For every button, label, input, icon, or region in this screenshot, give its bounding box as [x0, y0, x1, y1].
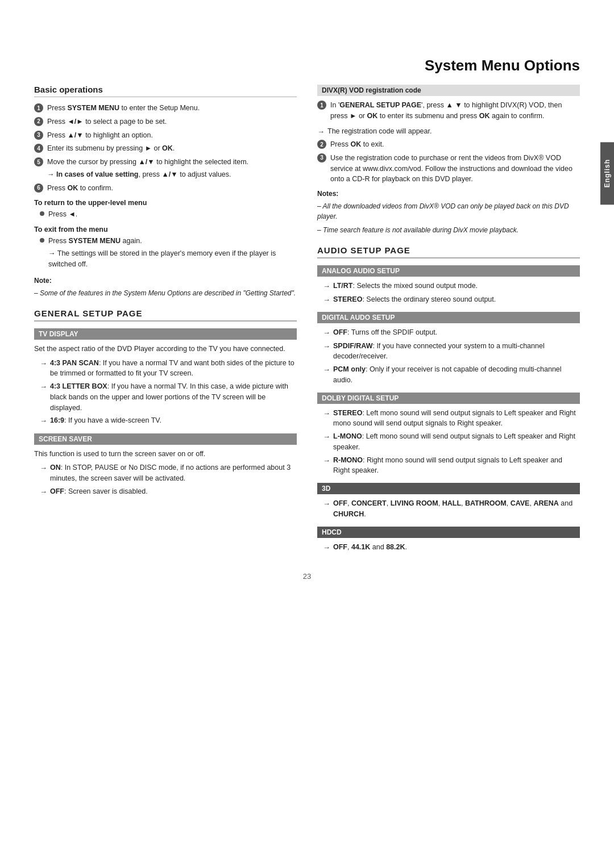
threed-options-text: OFF, CONCERT, LIVING ROOM, HALL, BATHROO… — [333, 498, 580, 520]
divx-notes-label: Notes: — [317, 190, 338, 198]
arrow-sym-2: → — [40, 381, 47, 393]
step-2-text: Press ◄/► to select a page to be set. — [47, 116, 167, 127]
arrow-sym-3d: → — [323, 498, 330, 510]
bullet-dot-exit — [40, 238, 44, 243]
arrow-sym-dolby2: → — [323, 431, 330, 443]
divx-arrow-1-text: The registration code will appear. — [327, 126, 432, 137]
dolby-stereo-text: STEREO: Left mono sound will send output… — [333, 408, 580, 429]
step-num-4: 4 — [34, 144, 43, 153]
threed-options: → OFF, CONCERT, LIVING ROOM, HALL, BATHR… — [317, 498, 580, 520]
screen-off: → OFF: Screen saver is disabled. — [34, 486, 297, 498]
digital-off-text: OFF: Turns off the SPDIF output. — [333, 327, 437, 338]
step-6-text: Press OK to confirm. — [47, 183, 113, 194]
tv-16-9-text: 16:9: If you have a wide-screen TV. — [50, 415, 161, 426]
two-column-layout: Basic operations 1 Press SYSTEM MENU to … — [34, 85, 580, 555]
divx-note-2: – Time search feature is not available d… — [317, 225, 580, 235]
digital-audio-label: DIGITAL AUDO SETUP — [317, 312, 580, 323]
arrow-sym-1: → — [40, 358, 47, 369]
basic-steps-list: 1 Press SYSTEM MENU to enter the Setup M… — [34, 103, 297, 193]
arrow-sym-digital1: → — [323, 327, 330, 339]
divx-step-num-2: 2 — [317, 140, 326, 149]
screen-saver-label: SCREEN SAVER — [34, 433, 297, 445]
arrow-sym-digital2: → — [323, 341, 330, 352]
page-title: System Menu Options — [34, 57, 580, 74]
arrow-sym-5: → — [40, 486, 47, 498]
divx-step-num-3: 3 — [317, 153, 326, 162]
left-column: Basic operations 1 Press SYSTEM MENU to … — [34, 85, 297, 555]
dolby-r-mono: → R-MONO: Right mono sound will send out… — [317, 455, 580, 477]
return-title: To return to the upper-level menu — [34, 199, 297, 207]
step-5-text: Move the cursor by pressing ▲/▼ to highl… — [47, 157, 248, 180]
screen-saver-intro: This function is used to turn the screen… — [34, 449, 297, 460]
divx-arrow-1: → The registration code will appear. — [317, 126, 580, 137]
step-1-text: Press SYSTEM MENU to enter the Setup Men… — [47, 103, 200, 114]
tv-letter-box-text: 4:3 LETTER BOX: If you have a normal TV.… — [50, 381, 297, 413]
step-num-6: 6 — [34, 183, 43, 193]
divx-step2-list: 2 Press OK to exit. 3 Use the registrati… — [317, 139, 580, 185]
divx-step-3: 3 Use the registration code to purchase … — [317, 153, 580, 185]
exit-step: Press SYSTEM MENU again. → The settings … — [34, 236, 297, 269]
return-step: Press ◄. — [34, 209, 297, 220]
screen-on: → ON: In STOP, PAUSE or No DISC mode, if… — [34, 462, 297, 484]
digital-spdif: → SPDIF/RAW: If you have connected your … — [317, 341, 580, 362]
digital-off: → OFF: Turns off the SPDIF output. — [317, 327, 580, 339]
analog-stereo-text: STEREO: Selects the ordinary stereo soun… — [333, 294, 496, 305]
tv-display-label: TV DISPLAY — [34, 328, 297, 340]
arrow-sym-analog1: → — [323, 281, 330, 292]
hdcd-options: → OFF, 44.1K and 88.2K. — [317, 542, 580, 553]
note-text: – Some of the features in the System Men… — [34, 288, 297, 298]
tv-display-intro: Set the aspect ratio of the DVD Player a… — [34, 344, 297, 354]
note-label: Note: — [34, 277, 52, 285]
dolby-stereo: → STEREO: Left mono sound will send outp… — [317, 408, 580, 429]
arrow-sym-dolby3: → — [323, 455, 330, 466]
analog-stereo: → STEREO: Selects the ordinary stereo so… — [317, 294, 580, 306]
hdcd-label: HDCD — [317, 527, 580, 538]
exit-text: Press SYSTEM MENU again. → The settings … — [48, 236, 297, 269]
bullet-dot-return — [40, 211, 44, 216]
basic-operations-title: Basic operations — [34, 85, 297, 97]
divx-step-num-1: 1 — [317, 101, 326, 110]
step-4: 4 Enter its submenu by pressing ► or OK. — [34, 143, 297, 154]
tv-letter-box: → 4:3 LETTER BOX: If you have a normal T… — [34, 381, 297, 413]
tv-16-9: → 16:9: If you have a wide-screen TV. — [34, 415, 297, 427]
step-2: 2 Press ◄/► to select a page to be set. — [34, 116, 297, 127]
language-tab: English — [600, 142, 614, 205]
divx-step-1-text: In 'GENERAL SETUP PAGE', press ▲ ▼ to hi… — [330, 100, 580, 122]
threed-label: 3D — [317, 483, 580, 494]
step-num-1: 1 — [34, 103, 43, 112]
screen-off-text: OFF: Screen saver is disabled. — [50, 486, 148, 497]
tv-pan-scan: → 4:3 PAN SCAN: If you have a normal TV … — [34, 358, 297, 379]
exit-title: To exit from the menu — [34, 226, 297, 233]
dolby-l-mono: → L-MONO: Left mono sound will send outp… — [317, 431, 580, 453]
audio-setup-title: AUDIO SETUP PAGE — [317, 245, 580, 258]
page-number: 23 — [34, 572, 580, 581]
divx-step-3-text: Use the registration code to purchase or… — [330, 153, 580, 185]
digital-spdif-text: SPDIF/RAW: If you have connected your sy… — [333, 341, 580, 362]
arrow-sym-analog2: → — [323, 294, 330, 306]
analog-audio-label: ANALOG AUDIO SETUP — [317, 265, 580, 277]
step-3-text: Press ▲/▼ to highlight an option. — [47, 130, 153, 141]
tv-pan-scan-text: 4:3 PAN SCAN: If you have a normal TV an… — [50, 358, 297, 379]
arrow-sym-hdcd: → — [323, 542, 330, 553]
analog-lt-rt: → LT/RT: Selects the mixed sound output … — [317, 281, 580, 292]
page-container: English System Menu Options Basic operat… — [0, 0, 614, 868]
right-column: DIVX(R) VOD registration code 1 In 'GENE… — [317, 85, 580, 555]
step-num-2: 2 — [34, 117, 43, 126]
digital-pcm: → PCM only: Only if your receiver is not… — [317, 364, 580, 386]
divx-steps-list: 1 In 'GENERAL SETUP PAGE', press ▲ ▼ to … — [317, 100, 580, 122]
arrow-sym-dolby1: → — [323, 408, 330, 419]
arrow-sym-divx1: → — [317, 126, 325, 137]
step-1: 1 Press SYSTEM MENU to enter the Setup M… — [34, 103, 297, 114]
analog-lt-rt-text: LT/RT: Selects the mixed sound output mo… — [333, 281, 478, 291]
divx-step-1: 1 In 'GENERAL SETUP PAGE', press ▲ ▼ to … — [317, 100, 580, 122]
divx-step-2: 2 Press OK to exit. — [317, 139, 580, 150]
step-num-5: 5 — [34, 157, 43, 166]
arrow-sym-4: → — [40, 462, 47, 474]
return-text: Press ◄. — [48, 209, 77, 220]
dolby-digital-label: DOLBY DIGITAL SETUP — [317, 393, 580, 404]
hdcd-options-text: OFF, 44.1K and 88.2K. — [333, 542, 407, 553]
screen-on-text: ON: In STOP, PAUSE or No DISC mode, if n… — [50, 462, 297, 484]
dolby-r-mono-text: R-MONO: Right mono sound will send outpu… — [333, 455, 580, 477]
general-setup-title: GENERAL SETUP PAGE — [34, 308, 297, 322]
divx-step-2-text: Press OK to exit. — [330, 139, 384, 150]
